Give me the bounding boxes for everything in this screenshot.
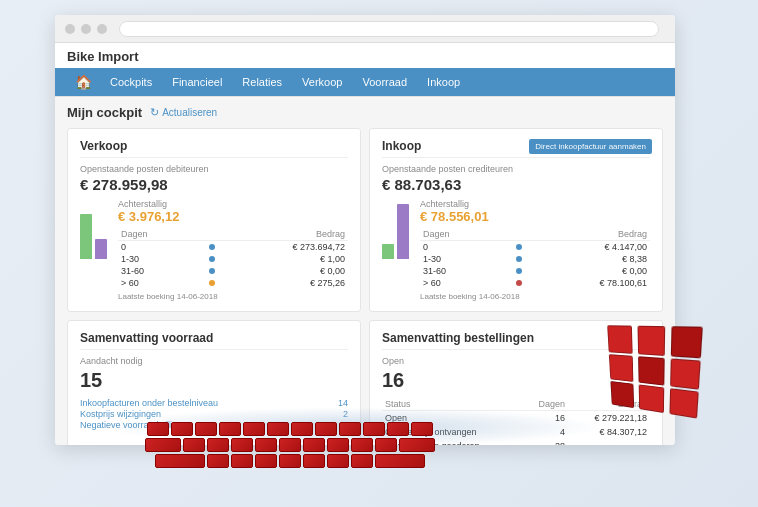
verkoop-achterstallig-label: Achterstallig bbox=[118, 199, 348, 209]
verkoop-row1-dot bbox=[189, 241, 220, 254]
verkoop-row4-label: > 60 bbox=[118, 277, 189, 289]
bestellingen-th-dagen: Dagen bbox=[523, 398, 568, 411]
browser-url-bar[interactable] bbox=[119, 21, 659, 37]
voorraad-aandacht-label: Aandacht nodig bbox=[80, 356, 348, 366]
inkoop-bar-purple bbox=[397, 204, 409, 259]
table-row: > 60 € 275,26 bbox=[118, 277, 348, 289]
app-header: Bike Import 🏠 Cockpits Financieel Relati… bbox=[55, 43, 675, 97]
kb-key bbox=[387, 422, 409, 436]
inkoop-row3-label: 31-60 bbox=[420, 265, 495, 277]
kb-key bbox=[195, 422, 217, 436]
keyboard-row-2 bbox=[100, 438, 480, 452]
kb-key bbox=[363, 422, 385, 436]
inkoop-row3-dot bbox=[495, 265, 527, 277]
inkoop-card-body: Achterstallig € 78.556,01 Dagen Bedrag bbox=[382, 199, 650, 301]
kb-key bbox=[267, 422, 289, 436]
inkoop-row2-dot bbox=[495, 253, 527, 265]
kb-key bbox=[207, 438, 229, 452]
keyboard-row-3 bbox=[100, 454, 480, 468]
bestellingen-row3-amount bbox=[568, 439, 650, 445]
voorraad-link-1-label: Inkoopfacturen onder bestelniveau bbox=[80, 398, 218, 408]
nav-item-cockpits[interactable]: Cockpits bbox=[100, 71, 162, 93]
monitor-frame: Bike Import 🏠 Cockpits Financieel Relati… bbox=[55, 15, 675, 445]
browser-dot-2 bbox=[81, 24, 91, 34]
inkoop-last-booking-label: Laatste boeking bbox=[420, 292, 477, 301]
nav-item-financieel[interactable]: Financieel bbox=[162, 71, 232, 93]
verkoop-achterstallig-amount: € 3.976,12 bbox=[118, 209, 348, 224]
nav-item-relaties[interactable]: Relaties bbox=[232, 71, 292, 93]
inkoop-last-booking: Laatste boeking 14-06-2018 bbox=[420, 292, 650, 301]
kb-key bbox=[327, 454, 349, 468]
kb-key bbox=[219, 422, 241, 436]
refresh-label: Actualiseren bbox=[162, 107, 217, 118]
cube-cell bbox=[637, 326, 665, 356]
verkoop-row2-amount: € 1,00 bbox=[220, 253, 348, 265]
nav-item-verkoop[interactable]: Verkoop bbox=[292, 71, 352, 93]
inkoop-row2-amount: € 8,38 bbox=[527, 253, 650, 265]
cube-cell bbox=[610, 381, 634, 408]
kb-key bbox=[303, 438, 325, 452]
inkoop-direct-button[interactable]: Direct inkoopfactuur aanmaken bbox=[529, 139, 652, 154]
inkoop-row3-amount: € 0,00 bbox=[527, 265, 650, 277]
cube-face bbox=[607, 325, 707, 419]
kb-key bbox=[399, 438, 435, 452]
inkoop-th-dot bbox=[495, 228, 527, 241]
browser-dot-1 bbox=[65, 24, 75, 34]
page-header: Mijn cockpit ↻ Actualiseren bbox=[67, 105, 663, 120]
kb-key bbox=[291, 422, 313, 436]
verkoop-row3-amount: € 0,00 bbox=[220, 265, 348, 277]
verkoop-last-booking-label: Laatste boeking bbox=[118, 292, 175, 301]
verkoop-row3-label: 31-60 bbox=[118, 265, 189, 277]
kb-key bbox=[351, 438, 373, 452]
nav-item-voorraad[interactable]: Voorraad bbox=[352, 71, 417, 93]
browser-dot-3 bbox=[97, 24, 107, 34]
voorraad-aandacht-count: 15 bbox=[80, 369, 348, 392]
inkoop-big-amount: € 88.703,63 bbox=[382, 176, 650, 193]
inkoop-achterstallig-amount: € 78.556,01 bbox=[420, 209, 650, 224]
kb-key bbox=[327, 438, 349, 452]
verkoop-th-dagen: Dagen bbox=[118, 228, 189, 241]
inkoop-card: Inkoop Direct inkoopfactuur aanmaken Ope… bbox=[369, 128, 663, 312]
verkoop-row2-label: 1-30 bbox=[118, 253, 189, 265]
verkoop-mini-table: Dagen Bedrag 0 € 273.694,72 bbox=[118, 228, 348, 289]
verkoop-card: Verkoop Openstaande posten debiteuren € … bbox=[67, 128, 361, 312]
kb-key bbox=[145, 438, 181, 452]
cube-cell bbox=[670, 358, 701, 389]
kb-key bbox=[255, 454, 277, 468]
kb-key bbox=[243, 422, 265, 436]
kb-key bbox=[279, 438, 301, 452]
inkoop-last-booking-date: 14-06-2018 bbox=[479, 292, 520, 301]
inkoop-row4-label: > 60 bbox=[420, 277, 495, 289]
table-row: 31-60 € 0,00 bbox=[118, 265, 348, 277]
kb-key bbox=[315, 422, 337, 436]
kb-key bbox=[375, 454, 425, 468]
table-row: 1-30 € 8,38 bbox=[420, 253, 650, 265]
verkoop-big-amount: € 278.959,98 bbox=[80, 176, 348, 193]
verkoop-openstaande-label: Openstaande posten debiteuren bbox=[80, 164, 348, 174]
kb-key bbox=[231, 438, 253, 452]
refresh-button[interactable]: ↻ Actualiseren bbox=[150, 106, 217, 119]
bar-purple bbox=[95, 239, 107, 259]
verkoop-row4-dot bbox=[189, 277, 220, 289]
table-row: 31-60 € 0,00 bbox=[420, 265, 650, 277]
nav-item-inkoop[interactable]: Inkoop bbox=[417, 71, 470, 93]
bar-green bbox=[80, 214, 92, 259]
verkoop-table-section: Achterstallig € 3.976,12 Dagen Bedrag bbox=[118, 199, 348, 301]
verkoop-th-dot bbox=[189, 228, 220, 241]
inkoop-row1-dot bbox=[495, 241, 527, 254]
inkoop-row4-amount: € 78.100,61 bbox=[527, 277, 650, 289]
inkoop-row1-amount: € 4.147,00 bbox=[527, 241, 650, 254]
verkoop-row3-dot bbox=[189, 265, 220, 277]
table-row: > 60 € 78.100,61 bbox=[420, 277, 650, 289]
table-row: 0 € 4.147,00 bbox=[420, 241, 650, 254]
navigation-bar: 🏠 Cockpits Financieel Relaties Verkoop V… bbox=[55, 68, 675, 96]
nav-home-button[interactable]: 🏠 bbox=[67, 70, 100, 94]
cube-cell bbox=[609, 354, 634, 382]
inkoop-mini-table: Dagen Bedrag 0 € 4.147,00 bbox=[420, 228, 650, 289]
table-row: 0 € 273.694,72 bbox=[118, 241, 348, 254]
verkoop-th-bedrag: Bedrag bbox=[220, 228, 348, 241]
page-content: Mijn cockpit ↻ Actualiseren Verkoop Open… bbox=[55, 97, 675, 445]
kb-key bbox=[147, 422, 169, 436]
keyboard-decoration bbox=[100, 422, 480, 482]
kb-key bbox=[411, 422, 433, 436]
